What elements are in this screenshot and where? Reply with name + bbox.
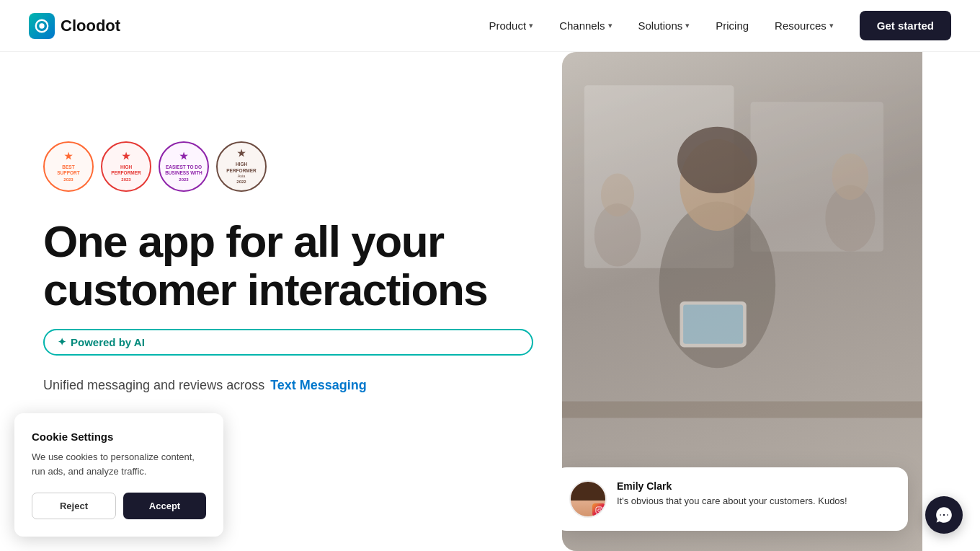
accept-button[interactable]: Accept: [123, 493, 206, 519]
nav-resources[interactable]: Resources ▾: [775, 19, 834, 32]
svg-rect-14: [595, 506, 602, 513]
logo[interactable]: Cloodot: [29, 13, 120, 39]
logo-icon: [29, 13, 55, 39]
ai-icon: ✦: [58, 336, 66, 348]
nav-links: Product ▾ Channels ▾ Solutions ▾ Pricing…: [489, 11, 951, 40]
hero-image: Emily Clark It's obvious that you care a…: [562, 52, 922, 551]
review-card: Emily Clark It's obvious that you care a…: [562, 467, 908, 531]
ai-badge: ✦ Powered by AI: [43, 329, 533, 356]
svg-point-16: [600, 508, 601, 508]
instagram-icon: [592, 503, 605, 516]
svg-point-15: [597, 508, 600, 511]
nav-pricing[interactable]: Pricing: [716, 19, 749, 32]
svg-rect-9: [683, 305, 743, 344]
cookie-text: We use cookies to personalize content, r…: [32, 450, 206, 478]
chat-widget-button[interactable]: [925, 496, 963, 534]
nav-product[interactable]: Product ▾: [489, 19, 533, 32]
chevron-down-icon: ▾: [685, 21, 690, 30]
svg-rect-4: [562, 401, 922, 418]
cookie-banner: Cookie Settings We use cookies to person…: [14, 413, 223, 537]
reviewer-name: Emily Clark: [617, 480, 894, 492]
chevron-down-icon: ▾: [608, 21, 612, 30]
reviewer-avatar: [569, 480, 607, 518]
nav-get-started-button[interactable]: Get started: [860, 11, 951, 40]
svg-point-1: [39, 23, 44, 28]
hero-right: Emily Clark It's obvious that you care a…: [562, 52, 922, 551]
badge-high-performer-asia: ★ High Performer Asia 2022: [216, 141, 267, 192]
badge-best-support: ★ Best Support 2023: [43, 141, 94, 192]
review-content: Emily Clark It's obvious that you care a…: [617, 480, 894, 508]
cookie-title: Cookie Settings: [32, 431, 206, 443]
chevron-down-icon: ▾: [529, 21, 533, 30]
review-text: It's obvious that you care about your cu…: [617, 495, 894, 508]
hero-subtext: Unified messaging and reviews across Tex…: [43, 376, 533, 395]
chevron-down-icon: ▾: [829, 21, 834, 30]
navbar: Cloodot Product ▾ Channels ▾ Solutions ▾…: [0, 0, 980, 52]
cookie-buttons: Reject Accept: [32, 493, 206, 519]
nav-channels[interactable]: Channels ▾: [559, 19, 612, 32]
hero-highlight: Text Messaging: [270, 376, 367, 395]
nav-solutions[interactable]: Solutions ▾: [638, 19, 690, 32]
award-badges: ★ Best Support 2023 ★ High Performer 202…: [43, 141, 533, 192]
badge-high-performer-1: ★ High Performer 2023: [101, 141, 151, 192]
hero-headline: One app for all your customer interactio…: [43, 218, 533, 314]
badge-easiest-business: ★ Easiest To Do Business With 2023: [159, 141, 209, 192]
svg-point-7: [677, 127, 757, 193]
svg-point-13: [601, 173, 634, 216]
brand-name: Cloodot: [61, 17, 120, 35]
svg-point-11: [832, 154, 869, 200]
reject-button[interactable]: Reject: [32, 493, 116, 519]
